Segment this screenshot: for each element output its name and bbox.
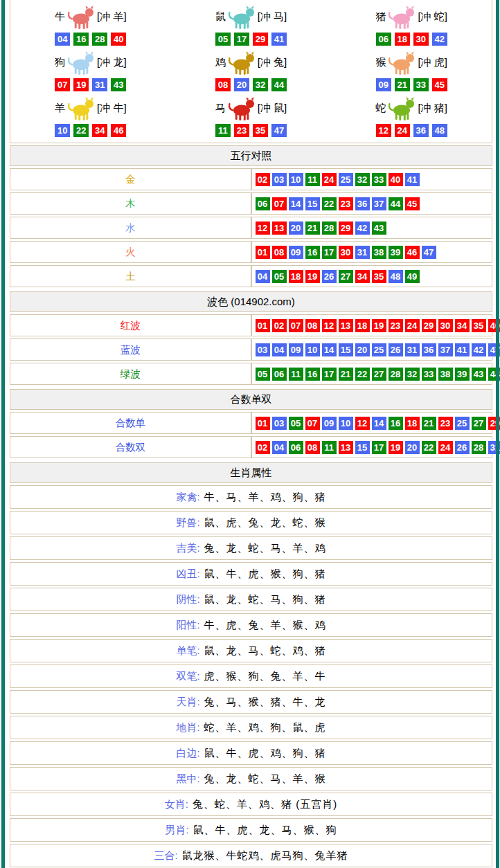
ball-list: 10223446 (10, 124, 171, 137)
ball: 07 (55, 78, 70, 91)
zodiac-name: 牛 (55, 10, 65, 24)
attr-label: 地肖: (176, 721, 199, 733)
ball: 31 (355, 246, 370, 259)
right-border-bar (496, 0, 499, 868)
ball-list: 0102070812131819232429303435404546 (251, 314, 493, 336)
ball: 21 (395, 78, 410, 91)
ball: 32 (253, 78, 268, 91)
zodiac-cell-horse: 马 [冲 鼠] 11233547 (171, 93, 332, 138)
row-label: 火 (10, 241, 251, 263)
ball: 04 (272, 441, 287, 454)
ball: 05 (215, 33, 231, 46)
ball: 22 (322, 197, 337, 210)
ball: 24 (438, 441, 453, 454)
ball: 09 (289, 246, 303, 259)
ball: 37 (372, 197, 386, 210)
heshu-row-even: 合数双 020406081113151719202224262831333537… (10, 436, 492, 458)
attr-row-black-middle: 黑中:兔、龙、蛇、马、羊、猴 (10, 767, 492, 790)
row-label: 蓝波 (10, 338, 251, 361)
ball: 15 (355, 441, 370, 454)
ball: 27 (472, 417, 486, 430)
ball: 43 (111, 78, 126, 91)
ball: 09 (376, 78, 391, 91)
attr-row-single-stroke: 单笔:鼠、龙、马、蛇、鸡、猪 (10, 639, 492, 662)
ball: 47 (422, 246, 436, 259)
bose-row-blue: 蓝波 03040910141520252631363741424748 (10, 338, 492, 361)
wuxing-row-water: 水 1213202128294243 (10, 217, 492, 239)
wuxing-row-fire: 火 0108091617303138394647 (10, 241, 492, 263)
ball: 09 (322, 417, 337, 430)
ball: 01 (256, 319, 270, 332)
zodiac-cell-snake: 蛇 [冲 猪] 12243648 (331, 93, 492, 138)
row-label: 红波 (10, 314, 251, 336)
ball: 17 (322, 368, 337, 381)
zodiac-cell-dog: 狗 [冲 龙] 07193143 (10, 47, 171, 93)
attr-value: 鼠、龙、蛇、马、狗、猪 (204, 593, 326, 605)
ball: 44 (271, 78, 287, 91)
zodiac-cell-rooster: 鸡 [冲 兔] 08203244 (171, 47, 332, 93)
attr-value: 牛、虎、兔、羊、猴、鸡 (204, 619, 326, 631)
ball: 39 (455, 368, 470, 381)
zodiac-title: 马 [冲 鼠] (171, 93, 332, 123)
zodiac-title: 蛇 [冲 猪] (331, 93, 492, 123)
ball: 48 (389, 270, 403, 283)
ball: 19 (305, 270, 320, 283)
ball-list: 07193143 (10, 78, 171, 91)
zodiac-name: 狗 (55, 56, 65, 69)
attr-label: 三合: (154, 849, 177, 861)
ball: 41 (271, 33, 287, 46)
ball-list: 06071415222336374445 (251, 192, 493, 215)
ball: 08 (272, 246, 287, 259)
attr-label: 单笔: (176, 644, 199, 656)
zodiac-chong: [冲 兔] (258, 56, 287, 69)
ball-list: 1213202128294243 (251, 217, 493, 239)
ball: 20 (234, 78, 249, 91)
attr-label: 黑中: (176, 772, 199, 784)
ball: 41 (455, 343, 470, 356)
row-label: 合数单 (10, 412, 251, 434)
ball: 40 (389, 173, 403, 186)
attr-label: 男肖: (165, 824, 188, 835)
wuxing-table: 五行对照 金 02031011242532334041 木 0607141522… (10, 143, 492, 289)
ball: 08 (305, 441, 320, 454)
ball-list: 04051819262734354849 (251, 265, 493, 287)
ball: 36 (422, 343, 436, 356)
ball: 06 (289, 441, 303, 454)
ball: 25 (339, 173, 353, 186)
ball: 42 (472, 343, 486, 356)
zodiac-cell-pig: 猪 [冲 蛇] 06183042 (331, 1, 492, 47)
ball: 27 (339, 270, 353, 283)
ball: 23 (438, 417, 453, 430)
ball: 13 (339, 319, 353, 332)
ball: 17 (322, 246, 337, 259)
attr-row-sanhe: 三合:鼠龙猴、牛蛇鸡、虎马狗、兔羊猪 (10, 844, 492, 867)
ball: 01 (256, 246, 270, 259)
ball: 08 (305, 319, 320, 332)
ball: 32 (405, 368, 420, 381)
ball: 15 (305, 197, 320, 210)
attr-row-double-stroke: 双笔:虎、猴、狗、兔、羊、牛 (10, 664, 492, 688)
ball: 04 (55, 33, 70, 46)
ball-list: 12243648 (331, 124, 492, 137)
ball: 13 (272, 221, 287, 235)
ball: 14 (289, 197, 303, 210)
attr-value: 鼠龙猴、牛蛇鸡、虎马狗、兔羊猪 (182, 849, 348, 861)
ball: 25 (455, 417, 470, 430)
ball-list: 03040910141520252631363741424748 (251, 338, 493, 361)
attr-value: 兔、马、猴、猪、牛、龙 (204, 696, 326, 707)
rat-icon (226, 4, 257, 30)
ball: 39 (389, 246, 403, 259)
ball: 07 (289, 319, 303, 332)
zodiac-title: 狗 [冲 龙] (10, 48, 171, 77)
zodiac-chong: [冲 龙] (97, 56, 127, 69)
ball: 34 (355, 270, 370, 283)
attr-row-wild: 野兽:鼠、虎、兔、龙、蛇、猴 (10, 511, 492, 534)
ball: 05 (289, 417, 303, 430)
ball: 29 (339, 221, 353, 235)
left-border-bar (1, 0, 5, 868)
ball: 19 (389, 441, 403, 454)
zodiac-name: 猪 (375, 10, 386, 24)
ball: 35 (472, 319, 486, 332)
ball: 30 (438, 319, 453, 332)
ball: 16 (73, 33, 89, 46)
